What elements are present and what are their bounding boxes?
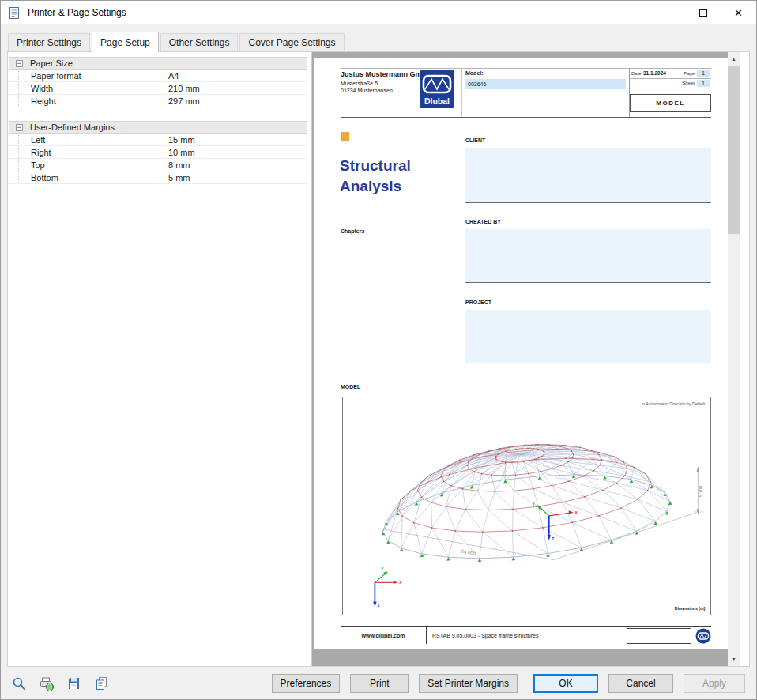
group-spacer	[9, 107, 307, 121]
tree-gutter	[9, 159, 19, 171]
magnifier-icon	[11, 676, 27, 691]
tab-other-settings[interactable]: Other Settings	[160, 33, 239, 51]
company-address: 01234 Musterhausen	[341, 87, 431, 94]
close-button[interactable]: ✕	[721, 1, 756, 24]
maximize-button[interactable]	[685, 1, 721, 24]
close-icon: ✕	[734, 8, 743, 18]
network-printer-button[interactable]	[36, 673, 57, 694]
paper-width-value[interactable]: 210 mm	[164, 82, 307, 94]
row-margin-right: Right 10 mm	[9, 146, 307, 159]
copy-settings-button[interactable]	[92, 673, 112, 694]
margin-top-value[interactable]: 8 mm	[164, 159, 307, 171]
dome-wireframe	[374, 430, 676, 574]
scroll-down-button[interactable]: ▼	[728, 653, 740, 666]
client-field	[465, 148, 711, 203]
tree-gutter	[9, 171, 19, 183]
page-label: Page	[684, 71, 695, 76]
header-divider	[461, 68, 462, 117]
ok-button[interactable]: OK	[533, 674, 598, 693]
titlebar: Printer & Page Settings ✕	[1, 1, 756, 24]
search-settings-button[interactable]	[9, 673, 29, 694]
tree-gutter	[9, 146, 19, 158]
print-button[interactable]: Print	[350, 674, 409, 693]
meta-row-sheet: Sheet 1	[630, 79, 711, 89]
collapse-toggle-icon[interactable]: −	[16, 60, 23, 67]
margin-bottom-value[interactable]: 5 mm	[164, 171, 307, 183]
dialog-toolbar	[9, 673, 112, 694]
page-setup-panel: − Paper Size Paper format A4 Width 210 m…	[7, 51, 750, 667]
tree-gutter	[9, 95, 19, 107]
page-meta-block: Date 31.1.2024 Page 1 Sheet 1	[630, 69, 711, 88]
printer-page-settings-dialog: Printer & Page Settings ✕ Printer Settin…	[0, 0, 757, 700]
scroll-up-button[interactable]: ▲	[728, 52, 740, 66]
row-paper-format: Paper format A4	[9, 70, 307, 82]
svg-text:X: X	[575, 511, 578, 515]
tab-cover-page-settings[interactable]: Cover Page Settings	[239, 33, 344, 51]
preview-scrollbar[interactable]: ▲ ▼	[728, 52, 740, 666]
collapse-toggle-icon[interactable]: −	[16, 124, 23, 131]
cancel-button[interactable]: Cancel	[608, 674, 673, 693]
copy-pages-icon	[94, 676, 110, 691]
save-settings-button[interactable]	[64, 673, 85, 694]
set-printer-margins-button[interactable]: Set Printer Margins	[419, 674, 518, 693]
svg-text:Z: Z	[378, 604, 380, 608]
margin-right-value[interactable]: 10 mm	[164, 146, 307, 158]
footer-program: RSTAB 9.05.0003 - Space frame structures	[427, 633, 539, 638]
date-label: Date	[631, 71, 643, 76]
preview-page: Justus Mustermann GmbH Musterstraße 5 01…	[314, 58, 729, 649]
row-label: Paper format	[19, 71, 164, 81]
tabstrip: Printer Settings Page Setup Other Settin…	[1, 24, 756, 51]
tab-page-setup[interactable]: Page Setup	[92, 32, 159, 52]
document-title: Structural Analysis	[340, 156, 411, 196]
svg-text:X: X	[399, 581, 402, 585]
group-user-margins: − User-Defined Margins	[9, 121, 307, 134]
row-label: Left	[19, 135, 164, 145]
model-preview-image: In Axonometric Direction by Default	[343, 397, 710, 615]
created-by-label: CREATED BY	[465, 219, 501, 224]
sheet-label: Sheet	[682, 81, 695, 85]
dialog-buttons: Preferences Print Set Printer Margins OK…	[272, 674, 745, 693]
settings-grid: − Paper Size Paper format A4 Width 210 m…	[9, 57, 307, 184]
height-dimension-label: 5.100	[699, 485, 703, 498]
scroll-down-icon: ▼	[731, 657, 736, 662]
header-rule-bottom	[341, 117, 711, 118]
page-number: 1	[697, 70, 710, 77]
chapters-label: Chapters	[341, 228, 364, 234]
row-label: Bottom	[19, 173, 164, 183]
row-label: Height	[19, 96, 164, 106]
created-by-field	[465, 229, 711, 283]
company-address: Musterstraße 5	[341, 80, 431, 87]
app-icon	[8, 6, 21, 20]
view-note: In Axonometric Direction by Default	[642, 401, 706, 406]
group-title: User-Defined Margins	[30, 122, 115, 132]
svg-text:Z: Z	[552, 537, 554, 541]
page-footer: www.dlubal.com RSTAB 9.05.0003 - Space f…	[341, 626, 711, 644]
company-name: Justus Mustermann GmbH	[341, 70, 431, 80]
maximize-icon	[699, 9, 707, 17]
tree-gutter	[9, 70, 19, 81]
margin-left-value[interactable]: 15 mm	[164, 134, 307, 145]
sheet-number: 1	[697, 80, 710, 87]
svg-text:Dlubal: Dlubal	[424, 96, 450, 106]
svg-text:Y: Y	[381, 567, 384, 571]
scroll-up-icon: ▲	[731, 56, 736, 62]
row-margin-top: Top 8 mm	[9, 159, 307, 171]
group-title: Paper Size	[30, 58, 73, 68]
meta-row-date: Date 31.1.2024 Page 1	[630, 69, 711, 79]
paper-format-value[interactable]: A4	[164, 70, 307, 81]
tab-printer-settings[interactable]: Printer Settings	[8, 33, 90, 51]
project-field	[465, 310, 711, 363]
model-number-field: 003646	[465, 79, 626, 89]
preferences-button[interactable]: Preferences	[272, 674, 341, 693]
company-block: Justus Mustermann GmbH Musterstraße 5 01…	[341, 70, 431, 94]
scrollbar-thumb[interactable]	[728, 66, 740, 234]
ground-plane	[378, 513, 696, 560]
model-section-box: MODEL	[630, 94, 711, 112]
svg-text:Y: Y	[532, 502, 535, 506]
row-margin-bottom: Bottom 5 mm	[9, 171, 307, 184]
paper-height-value[interactable]: 297 mm	[164, 95, 307, 107]
bottom-bar: Preferences Print Set Printer Margins OK…	[1, 667, 756, 699]
window-controls: ✕	[685, 1, 756, 24]
row-label: Top	[19, 160, 164, 170]
center-axes-icon: X Y Z	[532, 502, 578, 541]
